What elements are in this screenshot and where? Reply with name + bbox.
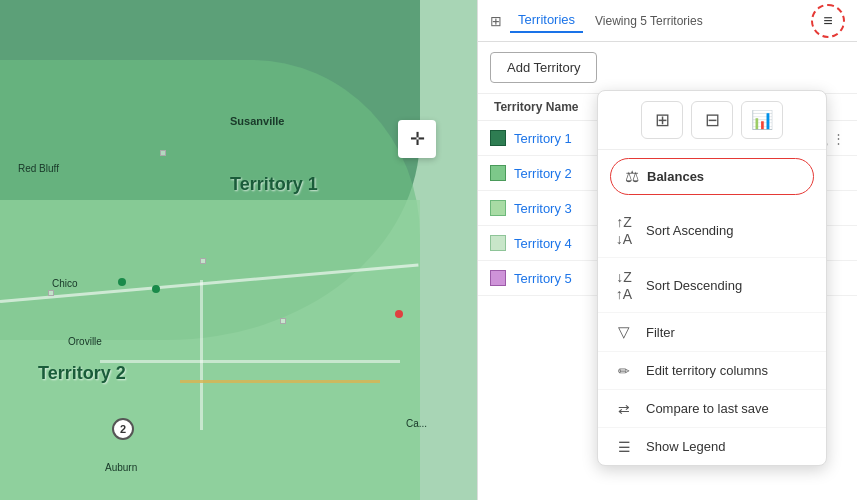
sort-ascending-label: Sort Ascending <box>646 223 733 238</box>
map-marker <box>48 290 54 296</box>
balances-option[interactable]: ⚖ Balances <box>610 158 814 195</box>
map-city-label-susanville: Susanville <box>230 115 284 127</box>
chart-view-button[interactable]: 📊 <box>741 101 783 139</box>
territory-color <box>490 130 506 146</box>
map-territory2-label: Territory 2 <box>38 363 126 384</box>
dropdown-view-icons: ⊞ ⊟ 📊 <box>598 91 826 150</box>
menu-item-compare-save[interactable]: ⇄ Compare to last save <box>598 390 826 428</box>
selector-tool[interactable]: ✛ <box>398 120 436 158</box>
dropdown-menu: ⊞ ⊟ 📊 ⚖ Balances ↑Z↓A Sort Ascending ↓Z↑… <box>597 90 827 466</box>
map-city-label-auburn: Auburn <box>105 462 137 473</box>
map-city-label-oroville: Oroville <box>68 336 102 347</box>
panel-tabs: Territories <box>510 8 583 33</box>
territory2-badge: 2 <box>112 418 134 440</box>
map-pin <box>118 278 126 286</box>
map-pin-red <box>395 310 403 318</box>
balances-label: Balances <box>647 169 704 184</box>
map-marker <box>160 150 166 156</box>
menu-item-sort-ascending[interactable]: ↑Z↓A Sort Ascending <box>598 203 826 258</box>
selector-icon: ✛ <box>410 128 425 150</box>
territory-color <box>490 270 506 286</box>
map-territory1-label: Territory 1 <box>230 174 318 195</box>
menu-button[interactable]: ≡ <box>811 4 845 38</box>
menu-items-list: ↑Z↓A Sort Ascending ↓Z↑A Sort Descending… <box>598 203 826 465</box>
panel-header: ⊞ Territories Viewing 5 Territories ≡ <box>478 0 857 42</box>
compare-save-icon: ⇄ <box>614 400 634 417</box>
menu-item-edit-columns[interactable]: ✏ Edit territory columns <box>598 352 826 390</box>
map-city-label-redbluff: Red Bluff <box>18 163 59 174</box>
compare-save-label: Compare to last save <box>646 401 769 416</box>
show-legend-label: Show Legend <box>646 439 726 454</box>
menu-item-show-legend[interactable]: ☰ Show Legend <box>598 428 826 465</box>
map-marker <box>280 318 286 324</box>
viewing-count: Viewing 5 Territories <box>595 14 703 28</box>
menu-item-sort-descending[interactable]: ↓Z↑A Sort Descending <box>598 258 826 313</box>
grid-icon: ⊟ <box>705 109 720 131</box>
edit-columns-label: Edit territory columns <box>646 363 768 378</box>
filter-icon: ▽ <box>614 323 634 341</box>
sort-descending-icon: ↓Z↑A <box>614 268 634 302</box>
list-view-button[interactable]: ⊞ <box>641 101 683 139</box>
territory-color <box>490 235 506 251</box>
more-icon[interactable]: ⋮ <box>832 131 845 146</box>
show-legend-icon: ☰ <box>614 438 634 455</box>
map-pin <box>152 285 160 293</box>
list-icon: ⊞ <box>655 109 670 131</box>
tab-territories[interactable]: Territories <box>510 8 583 33</box>
territory-color <box>490 165 506 181</box>
menu-item-filter[interactable]: ▽ Filter <box>598 313 826 352</box>
map-city-label-ca: Ca... <box>406 418 427 429</box>
map-marker <box>200 258 206 264</box>
edit-columns-icon: ✏ <box>614 362 634 379</box>
add-territory-area: Add Territory <box>478 42 857 94</box>
balances-icon: ⚖ <box>625 167 639 186</box>
sort-descending-label: Sort Descending <box>646 278 742 293</box>
territory-color <box>490 200 506 216</box>
panel-title-area: ⊞ Territories Viewing 5 Territories <box>490 8 811 33</box>
chart-icon: 📊 <box>751 109 773 131</box>
sort-ascending-icon: ↑Z↓A <box>614 213 634 247</box>
filter-label: Filter <box>646 325 675 340</box>
add-territory-button[interactable]: Add Territory <box>490 52 597 83</box>
grid-view-button[interactable]: ⊟ <box>691 101 733 139</box>
map-city-label-chico: Chico <box>52 278 78 289</box>
territories-icon: ⊞ <box>490 13 502 29</box>
